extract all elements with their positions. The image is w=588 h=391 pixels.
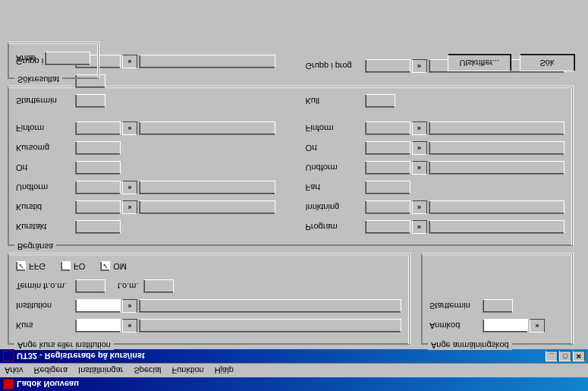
display-finform-r: [429, 121, 565, 135]
input-kursomg[interactable]: [75, 141, 121, 155]
input-ort-r[interactable]: [365, 141, 410, 155]
window-titlebar: UT32 - Registrerade på kurs/inst _ □ ✕: [0, 349, 588, 363]
group-ange-kurs: Ange kurs eller institution Kurs » Insti…: [8, 254, 410, 345]
minimize-button[interactable]: _: [546, 351, 558, 361]
pick-ort-r[interactable]: »: [412, 141, 427, 155]
pick-kurstid[interactable]: »: [122, 200, 137, 214]
display-undform-r: [429, 161, 565, 175]
menu-hjalp[interactable]: Hjälp: [215, 366, 234, 375]
app-title: Ladok Nouveau: [17, 380, 79, 389]
input-inriktning[interactable]: [365, 200, 410, 214]
input-starttermin-anm[interactable]: [483, 299, 513, 313]
input-fart[interactable]: [365, 181, 410, 194]
label-om: OM: [113, 262, 127, 271]
pick-finform-r[interactable]: »: [412, 121, 427, 135]
label-undform-l: Undform: [16, 183, 75, 192]
display-inriktning: [429, 200, 565, 214]
menu-special[interactable]: Special: [134, 366, 161, 375]
window-icon: [3, 351, 14, 361]
checkbox-om-wrap[interactable]: ✓ OM: [100, 262, 127, 272]
label-fo: FO: [74, 262, 85, 271]
checkbox-fo[interactable]: [61, 262, 71, 272]
close-button[interactable]: ✕: [573, 351, 585, 361]
display-undform-l: [139, 181, 275, 194]
client-area: Ange kurs eller institution Kurs » Insti…: [0, 0, 588, 349]
label-anmkod: Anmkod: [429, 321, 483, 330]
label-kurstakt: Kurstakt: [16, 222, 75, 232]
label-undform-r: Undform: [306, 163, 365, 172]
group-sokresultat: Sökresultat Antal: [8, 43, 99, 79]
menubar: Arkiv Redigera Inställningar Special Fun…: [0, 363, 588, 377]
display-finform-l: [139, 121, 275, 135]
checkbox-ffg-wrap[interactable]: ✓ FFG: [16, 262, 46, 272]
label-institution: Institution: [16, 301, 75, 311]
label-ort-r: Ort: [306, 143, 365, 153]
pick-grupp-prog[interactable]: »: [412, 59, 427, 73]
input-ort-l[interactable]: [75, 161, 121, 175]
input-anmkod[interactable]: [483, 319, 528, 333]
pick-anmkod[interactable]: »: [530, 319, 545, 333]
input-undform-l[interactable]: [75, 181, 121, 194]
display-grupp-kurs: [139, 55, 275, 68]
input-kurstakt[interactable]: [75, 220, 121, 234]
window-title: UT32 - Registrerade på kurs/inst: [17, 352, 145, 361]
app-titlebar: Ladok Nouveau: [0, 377, 588, 391]
pick-kurs[interactable]: »: [122, 319, 137, 333]
label-finform-l: Finform: [16, 124, 75, 133]
label-tom: t.o.m.: [118, 282, 143, 291]
pick-undform-l[interactable]: »: [122, 181, 137, 194]
menu-arkiv[interactable]: Arkiv: [5, 366, 23, 375]
label-program: Program: [306, 222, 365, 232]
input-program[interactable]: [365, 220, 410, 234]
label-starttermin-l: Starttermin: [16, 96, 75, 106]
app-icon: [3, 379, 14, 389]
menu-installningar[interactable]: Inställningar: [78, 366, 123, 375]
input-kurstid[interactable]: [75, 200, 121, 214]
group-title-sokresultat: Sökresultat: [14, 75, 62, 84]
input-finform-l[interactable]: [75, 121, 121, 135]
label-starttermin-anm: Starttermin: [429, 301, 483, 311]
input-termin-from[interactable]: [75, 279, 105, 293]
pick-grupp-kurs[interactable]: »: [122, 55, 137, 68]
checkbox-ffg[interactable]: ✓: [16, 262, 26, 272]
checkbox-fo-wrap[interactable]: FO: [61, 262, 85, 272]
maximize-button[interactable]: □: [559, 351, 571, 361]
label-inriktning: Inriktning: [306, 203, 365, 212]
label-kursomg: Kursomg: [16, 143, 75, 153]
pick-institution[interactable]: »: [122, 299, 137, 313]
checkbox-om[interactable]: ✓: [100, 262, 110, 272]
menu-funktion[interactable]: Funktion: [172, 366, 204, 375]
label-antal: Antal: [16, 54, 45, 63]
display-kurstid: [139, 200, 275, 214]
sok-button[interactable]: Sök: [520, 55, 574, 71]
display-kurs-name: [139, 319, 401, 333]
pick-inriktning[interactable]: »: [412, 200, 427, 214]
group-title-begransa: Begränsa: [14, 242, 56, 251]
menu-redigera[interactable]: Redigera: [33, 366, 68, 375]
input-grupp-prog[interactable]: [365, 59, 410, 73]
input-undform-r[interactable]: [365, 161, 410, 175]
label-kull: Kull: [306, 96, 365, 106]
input-starttermin-l[interactable]: [75, 94, 105, 108]
utskrifter-button[interactable]: Utskrifter...: [448, 55, 511, 71]
begransa-right-col: Program » Inriktning » Fart Undform: [306, 49, 565, 235]
group-begransa: Begränsa Kurstakt Kurstid » Undform »: [8, 87, 573, 246]
input-institution-code[interactable]: [75, 299, 121, 313]
label-ffg: FFG: [29, 262, 46, 271]
pick-program[interactable]: »: [412, 220, 427, 234]
display-ort-r: [429, 141, 565, 155]
group-title-ange-anm: Ange anmälningskod: [428, 341, 512, 350]
input-kurs-code[interactable]: [75, 319, 121, 333]
input-finform-r[interactable]: [365, 121, 410, 135]
group-title-ange-kurs: Ange kurs eller institution: [14, 341, 114, 350]
input-termin-tom[interactable]: [143, 279, 174, 293]
label-kurs: Kurs: [16, 321, 75, 330]
label-termin-from: Termin fr.o.m.: [16, 282, 75, 291]
display-antal: [45, 52, 90, 65]
label-fart: Fart: [306, 183, 365, 192]
label-kurstid: Kurstid: [16, 203, 75, 212]
pick-undform-r[interactable]: »: [412, 161, 427, 175]
group-ange-anm: Ange anmälningskod Anmkod » Starttermin: [421, 254, 573, 345]
input-kull[interactable]: [365, 94, 395, 108]
pick-finform-l[interactable]: »: [122, 121, 137, 135]
